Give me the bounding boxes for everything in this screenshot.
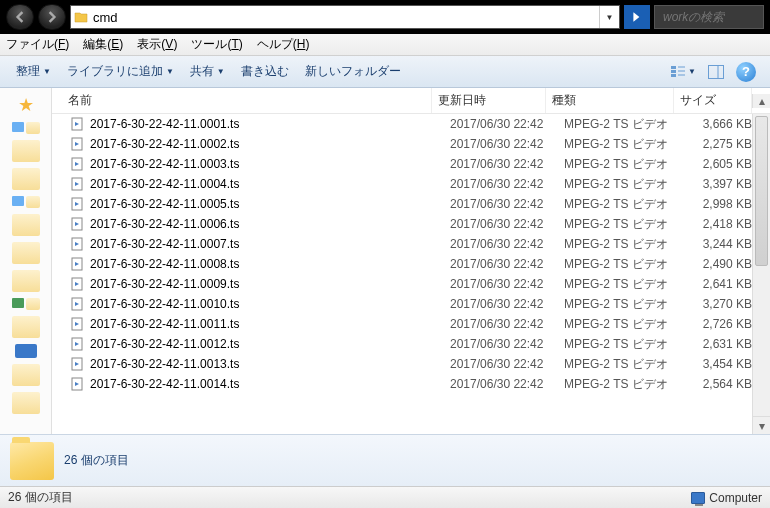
svg-rect-8 xyxy=(709,65,724,78)
side-folder-icon[interactable] xyxy=(12,140,40,162)
folder-icon xyxy=(71,11,91,23)
video-file-icon xyxy=(70,336,86,352)
file-type: MPEG-2 TS ビデオ xyxy=(564,216,692,233)
file-list: 2017-6-30-22-42-11.0001.ts2017/06/30 22:… xyxy=(52,114,770,434)
side-folder-icon[interactable] xyxy=(15,344,37,358)
side-folder-icon[interactable] xyxy=(12,242,40,264)
file-row[interactable]: 2017-6-30-22-42-11.0012.ts2017/06/30 22:… xyxy=(52,334,770,354)
add-to-library-button[interactable]: ライブラリに追加 ▼ xyxy=(59,56,182,87)
side-folder-icon[interactable] xyxy=(12,364,40,386)
scroll-thumb[interactable] xyxy=(755,116,768,266)
file-date: 2017/06/30 22:42 xyxy=(450,297,564,311)
file-date: 2017/06/30 22:42 xyxy=(450,357,564,371)
column-size[interactable]: サイズ xyxy=(674,88,752,113)
file-row[interactable]: 2017-6-30-22-42-11.0006.ts2017/06/30 22:… xyxy=(52,214,770,234)
search-input[interactable] xyxy=(663,10,770,24)
file-row[interactable]: 2017-6-30-22-42-11.0004.ts2017/06/30 22:… xyxy=(52,174,770,194)
file-name: 2017-6-30-22-42-11.0010.ts xyxy=(90,297,450,311)
file-date: 2017/06/30 22:42 xyxy=(450,157,564,171)
computer-icon xyxy=(691,492,705,504)
scroll-down-button[interactable]: ▾ xyxy=(753,416,770,434)
address-dropdown[interactable]: ▼ xyxy=(599,6,619,28)
file-row[interactable]: 2017-6-30-22-42-11.0003.ts2017/06/30 22:… xyxy=(52,154,770,174)
help-button[interactable]: ? xyxy=(730,62,762,82)
new-folder-button[interactable]: 新しいフォルダー xyxy=(297,56,409,87)
nav-pane[interactable]: ★ xyxy=(0,88,52,434)
file-date: 2017/06/30 22:42 xyxy=(450,137,564,151)
command-bar: 整理 ▼ ライブラリに追加 ▼ 共有 ▼ 書き込む 新しいフォルダー ▼ ? xyxy=(0,56,770,88)
help-icon: ? xyxy=(736,62,756,82)
column-date[interactable]: 更新日時 xyxy=(432,88,546,113)
status-location: Computer xyxy=(709,491,762,505)
file-row[interactable]: 2017-6-30-22-42-11.0008.ts2017/06/30 22:… xyxy=(52,254,770,274)
file-row[interactable]: 2017-6-30-22-42-11.0011.ts2017/06/30 22:… xyxy=(52,314,770,334)
svg-rect-2 xyxy=(671,66,676,69)
organize-button[interactable]: 整理 ▼ xyxy=(8,56,59,87)
menu-tools[interactable]: ツール(T) xyxy=(191,36,242,53)
file-date: 2017/06/30 22:42 xyxy=(450,217,564,231)
file-row[interactable]: 2017-6-30-22-42-11.0005.ts2017/06/30 22:… xyxy=(52,194,770,214)
file-name: 2017-6-30-22-42-11.0014.ts xyxy=(90,377,450,391)
video-file-icon xyxy=(70,236,86,252)
file-row[interactable]: 2017-6-30-22-42-11.0013.ts2017/06/30 22:… xyxy=(52,354,770,374)
video-file-icon xyxy=(70,256,86,272)
file-type: MPEG-2 TS ビデオ xyxy=(564,156,692,173)
file-date: 2017/06/30 22:42 xyxy=(450,317,564,331)
file-name: 2017-6-30-22-42-11.0012.ts xyxy=(90,337,450,351)
menu-view[interactable]: 表示(V) xyxy=(137,36,177,53)
back-button[interactable] xyxy=(6,4,34,30)
video-file-icon xyxy=(70,196,86,212)
menu-file[interactable]: ファイル(F) xyxy=(6,36,69,53)
side-folder-icon[interactable] xyxy=(12,392,40,414)
side-folder-icon[interactable] xyxy=(12,270,40,292)
file-name: 2017-6-30-22-42-11.0002.ts xyxy=(90,137,450,151)
file-date: 2017/06/30 22:42 xyxy=(450,197,564,211)
file-type: MPEG-2 TS ビデオ xyxy=(564,176,692,193)
file-row[interactable]: 2017-6-30-22-42-11.0001.ts2017/06/30 22:… xyxy=(52,114,770,134)
file-name: 2017-6-30-22-42-11.0008.ts xyxy=(90,257,450,271)
side-folder-icon[interactable] xyxy=(12,168,40,190)
video-file-icon xyxy=(70,376,86,392)
nav-bar: ▼ xyxy=(0,0,770,34)
file-date: 2017/06/30 22:42 xyxy=(450,337,564,351)
details-text: 26 個の項目 xyxy=(64,452,129,469)
video-file-icon xyxy=(70,296,86,312)
address-input[interactable] xyxy=(91,10,599,25)
file-row[interactable]: 2017-6-30-22-42-11.0014.ts2017/06/30 22:… xyxy=(52,374,770,394)
menu-help[interactable]: ヘルプ(H) xyxy=(257,36,310,53)
forward-button[interactable] xyxy=(38,4,66,30)
column-name[interactable]: 名前 xyxy=(62,88,432,113)
file-date: 2017/06/30 22:42 xyxy=(450,177,564,191)
side-folder-icon[interactable] xyxy=(12,214,40,236)
view-options-button[interactable]: ▼ xyxy=(664,65,702,79)
share-button[interactable]: 共有 ▼ xyxy=(182,56,233,87)
menu-bar: ファイル(F) 編集(E) 表示(V) ツール(T) ヘルプ(H) xyxy=(0,34,770,56)
column-type[interactable]: 種類 xyxy=(546,88,674,113)
menu-edit[interactable]: 編集(E) xyxy=(83,36,123,53)
file-row[interactable]: 2017-6-30-22-42-11.0010.ts2017/06/30 22:… xyxy=(52,294,770,314)
folder-large-icon xyxy=(10,442,54,480)
file-row[interactable]: 2017-6-30-22-42-11.0007.ts2017/06/30 22:… xyxy=(52,234,770,254)
file-type: MPEG-2 TS ビデオ xyxy=(564,376,692,393)
video-file-icon xyxy=(70,136,86,152)
favorites-icon[interactable]: ★ xyxy=(18,94,34,116)
video-file-icon xyxy=(70,276,86,292)
file-type: MPEG-2 TS ビデオ xyxy=(564,116,692,133)
file-type: MPEG-2 TS ビデオ xyxy=(564,276,692,293)
file-name: 2017-6-30-22-42-11.0001.ts xyxy=(90,117,450,131)
preview-pane-button[interactable] xyxy=(702,65,730,79)
scroll-up-button[interactable]: ▴ xyxy=(752,94,770,108)
file-type: MPEG-2 TS ビデオ xyxy=(564,356,692,373)
file-row[interactable]: 2017-6-30-22-42-11.0002.ts2017/06/30 22:… xyxy=(52,134,770,154)
go-button[interactable] xyxy=(624,5,650,29)
burn-button[interactable]: 書き込む xyxy=(233,56,297,87)
column-headers: 名前 更新日時 種類 サイズ ▴ xyxy=(52,88,770,114)
file-name: 2017-6-30-22-42-11.0005.ts xyxy=(90,197,450,211)
file-type: MPEG-2 TS ビデオ xyxy=(564,236,692,253)
file-type: MPEG-2 TS ビデオ xyxy=(564,336,692,353)
file-name: 2017-6-30-22-42-11.0004.ts xyxy=(90,177,450,191)
file-date: 2017/06/30 22:42 xyxy=(450,117,564,131)
vertical-scrollbar[interactable]: ▾ xyxy=(752,114,770,434)
side-folder-icon[interactable] xyxy=(12,316,40,338)
file-row[interactable]: 2017-6-30-22-42-11.0009.ts2017/06/30 22:… xyxy=(52,274,770,294)
